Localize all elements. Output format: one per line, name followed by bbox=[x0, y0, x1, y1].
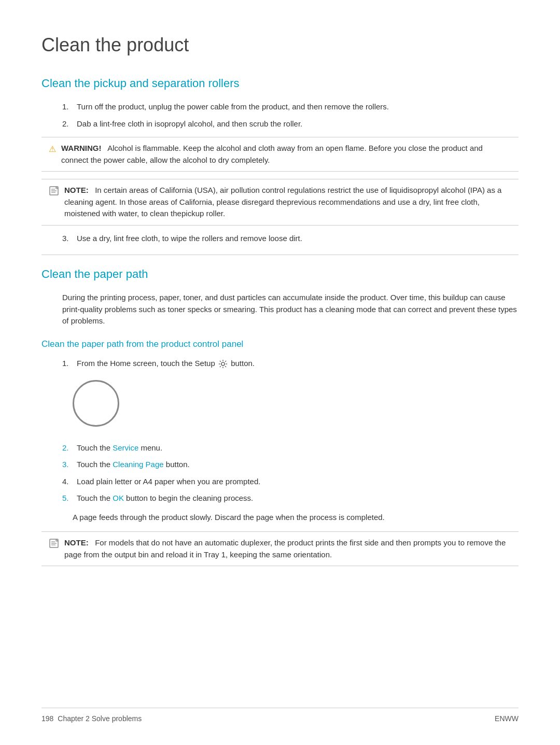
cleaning-page-link: Cleaning Page bbox=[113, 460, 163, 469]
cp-step-4-text: Load plain letter or A4 paper when you a… bbox=[77, 476, 519, 488]
cp-step-5-after: button to begin the cleaning process. bbox=[124, 494, 253, 502]
step-3-text: Use a dry, lint free cloth, to wipe the … bbox=[77, 233, 519, 245]
cp-step-1-text: From the Home screen, touch the Setup bu… bbox=[77, 358, 519, 370]
note-1-body: In certain areas of California (USA), ai… bbox=[64, 186, 501, 218]
setup-image-area bbox=[73, 380, 519, 427]
step-2-num: 2. bbox=[62, 118, 73, 130]
warning-box: ⚠ WARNING! Alcohol is flammable. Keep th… bbox=[41, 137, 519, 172]
note-box-1: NOTE: In certain areas of California (US… bbox=[41, 179, 519, 226]
warning-icon: ⚠ bbox=[49, 143, 56, 156]
cp-step-1-after: button. bbox=[231, 359, 255, 368]
note-2-label: NOTE: bbox=[64, 538, 89, 547]
cp-step-2-num: 2. bbox=[62, 442, 73, 454]
note-1-text: NOTE: In certain areas of California (US… bbox=[64, 185, 511, 220]
cp-step-2-after: menu. bbox=[138, 443, 162, 452]
paper-path-heading: Clean the paper path bbox=[41, 265, 519, 283]
step-3-num: 3. bbox=[62, 233, 73, 245]
feed-note: A page feeds through the product slowly.… bbox=[73, 512, 519, 524]
cp-step-2-before: Touch the bbox=[77, 443, 113, 452]
control-panel-heading: Clean the paper path from the product co… bbox=[41, 338, 519, 351]
cp-step-4: 4. Load plain letter or A4 paper when yo… bbox=[62, 476, 519, 488]
svg-line-12 bbox=[220, 366, 221, 367]
step-1-text: Turn off the product, unplug the power c… bbox=[77, 101, 519, 113]
pickup-rollers-steps: 1. Turn off the product, unplug the powe… bbox=[41, 101, 519, 130]
footer-right: ENWW bbox=[495, 713, 519, 724]
note-icon-1 bbox=[49, 186, 59, 200]
warning-label: WARNING! bbox=[61, 144, 102, 152]
cp-step-3: 3. Touch the Cleaning Page button. bbox=[62, 459, 519, 471]
cp-step-3-before: Touch the bbox=[77, 460, 113, 469]
page-title: Clean the product bbox=[41, 31, 519, 59]
step-1-num: 1. bbox=[62, 101, 73, 113]
footer-left: 198 Chapter 2 Solve problems bbox=[41, 713, 142, 724]
svg-line-11 bbox=[225, 361, 226, 362]
cp-step-1-num: 1. bbox=[62, 358, 73, 370]
cp-step-2: 2. Touch the Service menu. bbox=[62, 442, 519, 454]
svg-line-10 bbox=[225, 366, 226, 367]
cp-step-4-num: 4. bbox=[62, 476, 73, 488]
cp-step-3-text: Touch the Cleaning Page button. bbox=[77, 459, 519, 471]
setup-icon bbox=[218, 359, 228, 369]
cp-step-2-text: Touch the Service menu. bbox=[77, 442, 519, 454]
service-link: Service bbox=[113, 443, 138, 452]
cp-step-5-text: Touch the OK button to begin the cleanin… bbox=[77, 493, 519, 504]
svg-line-9 bbox=[220, 361, 221, 362]
step-2: 2. Dab a lint-free cloth in isopropyl al… bbox=[62, 118, 519, 130]
cp-step-5-num: 5. bbox=[62, 493, 73, 504]
pickup-rollers-step3: 3. Use a dry, lint free cloth, to wipe t… bbox=[41, 233, 519, 245]
page: Clean the product Clean the pickup and s… bbox=[0, 0, 560, 745]
step-2-text: Dab a lint-free cloth in isopropyl alcoh… bbox=[77, 118, 519, 130]
note-1-label: NOTE: bbox=[64, 186, 89, 194]
note-2-body: For models that do not have an automatic… bbox=[64, 538, 506, 559]
step-3: 3. Use a dry, lint free cloth, to wipe t… bbox=[62, 233, 519, 245]
section-divider-1 bbox=[41, 255, 519, 255]
cp-step-1-before: From the Home screen, touch the Setup bbox=[77, 359, 217, 368]
control-panel-steps-2-5: 2. Touch the Service menu. 3. Touch the … bbox=[41, 442, 519, 504]
ok-link: OK bbox=[113, 494, 124, 502]
paper-path-intro: During the printing process, paper, tone… bbox=[62, 292, 519, 327]
svg-point-4 bbox=[221, 362, 225, 366]
note-box-2: NOTE: For models that do not have an aut… bbox=[41, 531, 519, 566]
cp-step-3-num: 3. bbox=[62, 459, 73, 471]
warning-body: Alcohol is flammable. Keep the alcohol a… bbox=[61, 144, 483, 164]
pickup-rollers-heading: Clean the pickup and separation rollers bbox=[41, 75, 519, 92]
cp-step-5-before: Touch the bbox=[77, 494, 113, 502]
cp-step-1: 1. From the Home screen, touch the Setup… bbox=[62, 358, 519, 370]
footer: 198 Chapter 2 Solve problems ENWW bbox=[41, 708, 519, 724]
setup-circle-image bbox=[73, 380, 119, 427]
footer-chapter: Chapter 2 Solve problems bbox=[58, 713, 142, 724]
footer-page-number: 198 bbox=[41, 713, 53, 724]
control-panel-steps: 1. From the Home screen, touch the Setup… bbox=[41, 358, 519, 370]
note-2-text: NOTE: For models that do not have an aut… bbox=[64, 537, 511, 560]
cp-step-5: 5. Touch the OK button to begin the clea… bbox=[62, 493, 519, 504]
warning-text: WARNING! Alcohol is flammable. Keep the … bbox=[61, 143, 511, 166]
cp-step-3-after: button. bbox=[164, 460, 190, 469]
note-icon-2 bbox=[49, 538, 59, 552]
step-1: 1. Turn off the product, unplug the powe… bbox=[62, 101, 519, 113]
